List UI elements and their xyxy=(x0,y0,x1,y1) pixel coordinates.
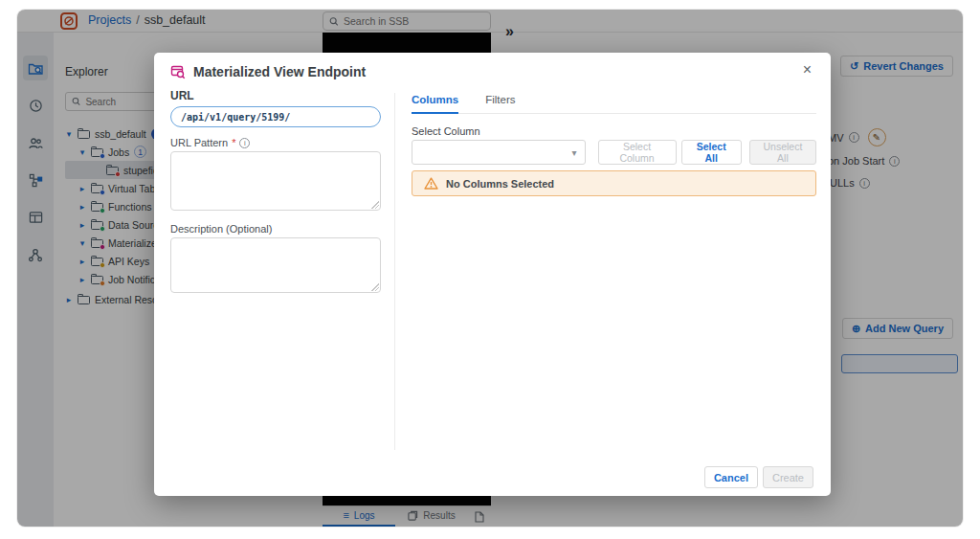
column-select-dropdown[interactable]: ▾ xyxy=(412,140,586,165)
select-column-button[interactable]: Select Column xyxy=(598,140,677,165)
url-label: URL xyxy=(170,89,194,102)
modal-tabs: Columns Filters xyxy=(412,94,816,114)
url-input[interactable] xyxy=(170,106,381,127)
cancel-button[interactable]: Cancel xyxy=(704,466,758,488)
url-pattern-label: URL Pattern * i xyxy=(170,137,250,148)
unselect-all-button[interactable]: Unselect All xyxy=(749,140,816,165)
materialized-view-endpoint-modal: Materialized View Endpoint × URL URL Pat… xyxy=(154,53,831,496)
url-pattern-textarea[interactable] xyxy=(170,151,381,211)
description-textarea[interactable] xyxy=(170,237,381,293)
caret-down-icon: ▾ xyxy=(571,147,576,158)
description-label: Description (Optional) xyxy=(170,223,272,235)
modal-title: Materialized View Endpoint xyxy=(170,64,366,79)
no-columns-warning: No Columns Selected xyxy=(412,170,816,196)
modal-divider xyxy=(394,93,395,450)
materialized-view-icon xyxy=(170,64,186,79)
select-all-button[interactable]: Select All xyxy=(681,140,742,165)
close-icon[interactable]: × xyxy=(803,62,812,78)
info-icon[interactable]: i xyxy=(239,138,250,148)
create-button[interactable]: Create xyxy=(763,466,813,488)
tab-filters[interactable]: Filters xyxy=(485,94,515,113)
app-window: Projects / ssb_default » xyxy=(17,10,963,527)
tab-columns[interactable]: Columns xyxy=(412,94,458,114)
select-column-label: Select Column xyxy=(412,125,480,137)
warning-icon xyxy=(424,177,438,190)
required-asterisk: * xyxy=(232,137,235,148)
